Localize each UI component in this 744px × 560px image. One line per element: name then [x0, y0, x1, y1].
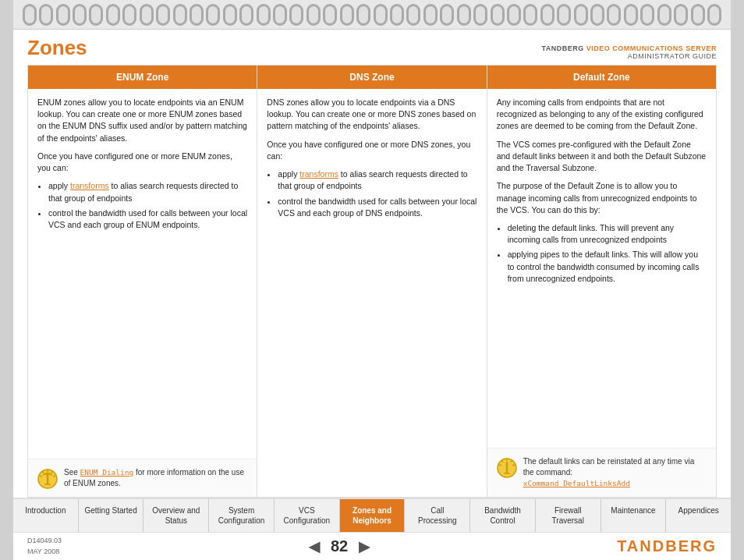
nav-bar: Introduction Getting Started Overview an… [13, 498, 731, 532]
spiral-loop [289, 4, 303, 26]
spiral-loop [106, 4, 120, 26]
spiral-loop [406, 4, 420, 26]
default-zone-tip-text: The default links can be reinstated at a… [523, 456, 707, 489]
svg-line-17 [499, 465, 501, 466]
default-zone-para-2: The VCS comes pre-configured with the De… [497, 139, 707, 175]
spiral-loop [39, 4, 53, 26]
transforms-link-dns[interactable]: transforms [299, 169, 338, 179]
spiral-loop [306, 4, 321, 26]
default-zone-footer: The default links can be reinstated at a… [487, 448, 716, 497]
spiral-loop [273, 4, 287, 26]
nav-item-system-config[interactable]: SystemConfiguration [209, 499, 275, 532]
default-zone-body: Any incoming calls from endpoints that a… [487, 89, 716, 448]
nav-item-zones-neighbors[interactable]: Zones andNeighbors [340, 499, 406, 532]
spiral-loop [390, 4, 404, 26]
brand-name: TANDBERG [541, 44, 583, 52]
enum-dialing-link[interactable]: ENUM Dialing [80, 468, 134, 477]
enum-zone-column: ENUM Zone ENUM zones allow you to locate… [28, 66, 257, 497]
spiral-loop [206, 4, 220, 26]
spiral-loop [239, 4, 253, 26]
spiral-loop [23, 4, 37, 26]
spiral-loop [356, 4, 370, 26]
spiral-loop [374, 4, 388, 26]
default-zone-list: deleting the default links. This will pr… [508, 222, 707, 285]
spiral-loop [173, 4, 187, 26]
spiral-loop [56, 4, 70, 26]
nav-item-overview-status[interactable]: Overview andStatus [143, 499, 209, 532]
spiral-loop [257, 4, 271, 26]
default-zone-para-3: The purpose of the Default Zone is to al… [497, 180, 707, 216]
spiral-loop [156, 4, 170, 26]
tip-icon-enum [37, 469, 58, 489]
dns-zone-header: DNS Zone [257, 66, 486, 89]
spiral-loop [674, 4, 688, 26]
nav-item-introduction[interactable]: Introduction [13, 499, 79, 532]
branding: TANDBERG VIDEO COMMUNICATIONS SERVER ADM… [541, 44, 717, 60]
nav-item-bandwidth-control[interactable]: BandwidthControl [470, 499, 536, 532]
list-item: deleting the default links. This will pr… [508, 222, 707, 246]
spiral-loop [523, 4, 537, 26]
default-zone-header: Default Zone [487, 66, 716, 89]
brand-guide: ADMINISTRATOR GUIDE [541, 52, 717, 60]
list-item: apply transforms to alias search request… [278, 168, 477, 192]
nav-item-appendices[interactable]: Appendices [666, 499, 731, 532]
page-header: Zones TANDBERG VIDEO COMMUNICATIONS SERV… [13, 30, 731, 65]
page-nav: ◀ 82 ▶ [309, 537, 370, 555]
spiral-loop [190, 4, 204, 26]
spiral-loop [340, 4, 354, 26]
next-page-button[interactable]: ▶ [359, 538, 370, 555]
spiral-loop [540, 4, 554, 26]
default-zone-column: Default Zone Any incoming calls from end… [487, 66, 716, 497]
spiral-loop [707, 4, 721, 26]
spiral-loop [691, 4, 705, 26]
enum-zone-para-2: Once you have configured one or more ENU… [37, 151, 247, 174]
dns-zone-para-2: Once you have configured one or more DNS… [267, 139, 477, 162]
spiral-loop [557, 4, 571, 26]
dns-zone-column: DNS Zone DNS zones allow you to locate e… [257, 66, 487, 497]
list-item: applying pipes to the default links. Thi… [508, 249, 707, 285]
footer-meta: D14049.03 MAY 2008 [27, 536, 62, 557]
doc-id: D14049.03 [27, 536, 62, 547]
enum-zone-footer: See ENUM Dialing for more information on… [28, 459, 257, 497]
dns-zone-list: apply transforms to alias search request… [278, 168, 477, 219]
nav-item-firewall-traversal[interactable]: FirewallTraversal [536, 499, 601, 532]
default-links-add-link[interactable]: xCommand DefaultLinksAdd [523, 479, 630, 487]
prev-page-button[interactable]: ◀ [309, 538, 320, 555]
spiral-loop [73, 4, 87, 26]
spiral-loop [473, 4, 487, 26]
page-number: 82 [331, 537, 348, 555]
zones-container: ENUM Zone ENUM zones allow you to locate… [27, 65, 717, 498]
spiral-loop [122, 4, 136, 26]
enum-zone-para-1: ENUM zones allow you to locate endpoints… [37, 97, 247, 144]
nav-item-getting-started[interactable]: Getting Started [79, 499, 144, 532]
page-title: Zones [27, 36, 87, 60]
spiral-loop [507, 4, 521, 26]
spiral-loop [624, 4, 638, 26]
spiral-binding [13, 0, 731, 30]
transforms-link-enum[interactable]: transforms [70, 181, 109, 190]
spiral-loop [574, 4, 588, 26]
spiral-loop [457, 4, 471, 26]
dns-zone-para-1: DNS zones allow you to locate endpoints … [267, 97, 477, 133]
brand-product: VIDEO COMMUNICATIONS SERVER [586, 44, 717, 52]
enum-zone-tip-text: See ENUM Dialing for more information on… [64, 467, 247, 489]
svg-line-18 [512, 465, 515, 466]
list-item: control the bandwidth used for calls bet… [278, 196, 477, 219]
nav-item-vcs-config[interactable]: VCSConfiguration [275, 499, 340, 532]
spiral-loop [423, 4, 438, 26]
footer-logo: TANDBERG [617, 537, 717, 555]
list-item: apply transforms to alias search request… [48, 180, 247, 204]
page-wrapper: Zones TANDBERG VIDEO COMMUNICATIONS SERV… [13, 0, 731, 560]
enum-zone-header: ENUM Zone [28, 66, 257, 89]
spiral-loop [607, 4, 621, 26]
default-zone-para-1: Any incoming calls from endpoints that a… [497, 97, 707, 133]
page-footer: D14049.03 MAY 2008 ◀ 82 ▶ TANDBERG [13, 532, 731, 560]
spiral-loop [323, 4, 337, 26]
spiral-loop [640, 4, 654, 26]
spiral-loop [440, 4, 454, 26]
nav-item-call-processing[interactable]: CallProcessing [405, 499, 470, 532]
enum-zone-list: apply transforms to alias search request… [48, 180, 247, 231]
dns-zone-body: DNS zones allow you to locate endpoints … [257, 89, 486, 497]
nav-item-maintenance[interactable]: Maintenance [601, 499, 667, 532]
svg-line-12 [53, 476, 55, 477]
